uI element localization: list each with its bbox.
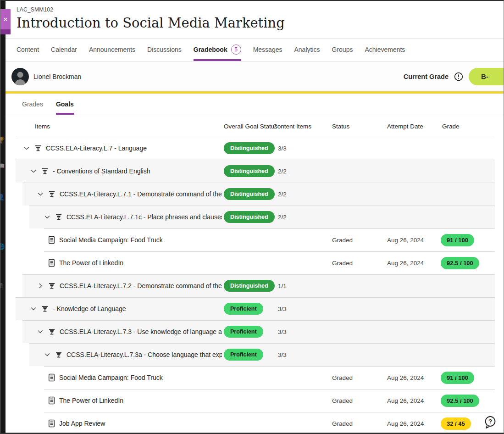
row-label[interactable]: Social Media Campaign: Food Truck — [59, 374, 163, 381]
row-label[interactable]: The Power of LinkedIn — [59, 259, 123, 267]
nav-tab-label: Groups — [332, 46, 353, 53]
status-text: Graded — [332, 251, 353, 274]
help-icon[interactable]: ? — [483, 415, 497, 430]
row-label[interactable]: CCSS.ELA-Literacy.L.7.3 - Use knowledge … — [60, 328, 222, 335]
tab-gradebook[interactable]: Gradebook5 — [194, 39, 241, 61]
info-icon[interactable] — [454, 72, 463, 81]
row-label[interactable]: CCSS.ELA-Literacy.L.7.1c - Place phrases… — [66, 213, 222, 221]
app-window: 🏆 📖 👤 🌐 ▦ ✕ LAC_SMM102 Introduction to S… — [0, 0, 504, 434]
page-title: Introduction to Social Media Marketing — [17, 15, 504, 31]
row-label[interactable]: - Conventions of Standard English — [53, 167, 150, 175]
goal-status-pill: Proficient — [224, 303, 263, 315]
rail-grid-icon: ▦ — [0, 282, 6, 289]
tab-analytics[interactable]: Analytics — [294, 39, 320, 61]
status-text: Graded — [332, 228, 353, 251]
document-icon — [47, 236, 55, 244]
row-label[interactable]: CCSS.ELA-Literacy.L.7.2 - Demonstrate co… — [60, 282, 222, 289]
row-label[interactable]: - Knowledge of Language — [53, 305, 126, 312]
col-attempt-date: Attempt Date — [387, 122, 423, 129]
table-header: Items Overall Goal Status Content Items … — [6, 115, 504, 137]
content-items-count: 2/2 — [278, 206, 287, 228]
attempt-date: Aug 26, 2024 — [387, 412, 424, 434]
table-row: Social Media Campaign: Food Truck Graded… — [6, 366, 504, 389]
goal-status-pill: Distinguished — [224, 165, 275, 177]
goal-icon — [48, 328, 56, 336]
tab-content[interactable]: Content — [17, 39, 39, 61]
nav-tab-label: Analytics — [294, 46, 320, 53]
row-label[interactable]: CCSS.ELA-Literacy.L.7.3a - Choose langua… — [66, 351, 222, 358]
row-label[interactable]: Job App Review — [59, 420, 105, 427]
subtab-goals[interactable]: Goals — [56, 94, 74, 115]
tab-calendar[interactable]: Calendar — [51, 39, 77, 61]
student-band: Lionel Brockman Current Grade B- — [6, 61, 504, 91]
col-grade: Grade — [442, 122, 460, 129]
table-row: Job App Review Graded Aug 26, 2024 32 / … — [6, 412, 504, 434]
close-panel-button[interactable]: ✕ — [0, 9, 11, 29]
table-row: The Power of LinkedIn Graded Aug 26, 202… — [6, 251, 504, 274]
table-row: CCSS.ELA-Literacy.L.7.1 - Demonstrate co… — [6, 183, 504, 206]
goal-status-pill: Distinguished — [224, 280, 275, 292]
chevron-down-icon[interactable] — [30, 167, 37, 175]
nav-count-badge: 5 — [231, 45, 241, 55]
nav-tab-label: Announcements — [89, 46, 135, 53]
chevron-down-icon[interactable] — [44, 351, 51, 358]
grade-pill[interactable]: 92.5 / 100 — [441, 395, 479, 407]
tab-groups[interactable]: Groups — [332, 39, 353, 61]
grade-pill[interactable]: 91 / 100 — [441, 372, 474, 384]
chevron-down-icon[interactable] — [30, 305, 37, 312]
student-name: Lionel Brockman — [33, 73, 81, 80]
table-row: CCSS.ELA-Literacy.L.7 - Language Disting… — [6, 137, 504, 160]
subtab-grades[interactable]: Grades — [22, 94, 43, 115]
chevron-down-icon[interactable] — [37, 328, 44, 335]
chevron-down-icon[interactable] — [44, 213, 51, 221]
chevron-down-icon[interactable] — [23, 145, 30, 152]
status-text: Graded — [332, 412, 353, 434]
rail-person-icon: 👤 — [0, 194, 6, 200]
tab-achievements[interactable]: Achievements — [365, 39, 405, 61]
nav-tab-label: Content — [17, 46, 39, 53]
grade-pill[interactable]: 91 / 100 — [441, 234, 474, 246]
attempt-date: Aug 26, 2024 — [387, 389, 424, 412]
content-items-count: 2/2 — [278, 183, 287, 206]
row-label[interactable]: Social Media Campaign: Food Truck — [59, 236, 163, 244]
tab-discussions[interactable]: Discussions — [147, 39, 182, 61]
goal-icon — [34, 144, 42, 152]
document-icon — [47, 419, 55, 428]
nav-tab-label: Discussions — [147, 46, 182, 53]
course-id: LAC_SMM102 — [17, 6, 504, 13]
document-icon — [47, 259, 55, 267]
grade-pill[interactable]: 92.5 / 100 — [441, 257, 479, 269]
status-text: Graded — [332, 366, 353, 389]
course-nav: ContentCalendarAnnouncementsDiscussionsG… — [6, 39, 504, 61]
chevron-right-icon[interactable] — [37, 282, 44, 289]
content-items-count: 3/3 — [278, 343, 287, 366]
nav-tab-label: Achievements — [365, 46, 405, 53]
rail-book-icon: 📖 — [0, 162, 6, 169]
content-items-count: 3/3 — [278, 297, 287, 320]
rail-globe-icon: 🌐 — [0, 243, 6, 250]
table-row: - Knowledge of Language Proficient 3/3 — [6, 297, 504, 320]
row-label[interactable]: CCSS.ELA-Literacy.L.7 - Language — [46, 145, 147, 152]
goal-icon — [55, 351, 63, 359]
collapsed-sidebar-rail[interactable]: 🏆 📖 👤 🌐 ▦ — [0, 1, 6, 433]
goal-status-pill: Distinguished — [224, 211, 275, 223]
svg-text:?: ? — [488, 418, 492, 425]
row-label[interactable]: CCSS.ELA-Literacy.L.7.1 - Demonstrate co… — [60, 190, 222, 198]
chevron-down-icon[interactable] — [37, 190, 44, 198]
row-label[interactable]: The Power of LinkedIn — [59, 397, 123, 404]
col-items: Items — [35, 122, 50, 129]
table-row: Social Media Campaign: Food Truck Graded… — [6, 228, 504, 251]
attempt-date: Aug 26, 2024 — [387, 366, 424, 389]
attempt-date: Aug 26, 2024 — [387, 251, 424, 274]
tab-announcements[interactable]: Announcements — [89, 39, 135, 61]
grade-pill[interactable]: 32 / 45 — [441, 417, 471, 430]
overall-grade-pill[interactable]: B- — [469, 68, 504, 85]
table-row: - Conventions of Standard English Distin… — [6, 160, 504, 183]
col-status: Status — [332, 122, 349, 129]
table-row: CCSS.ELA-Literacy.L.7.1c - Place phrases… — [6, 206, 504, 228]
current-grade-label: Current Grade — [404, 73, 449, 80]
avatar — [11, 68, 29, 85]
tab-messages[interactable]: Messages — [253, 39, 282, 61]
goal-icon — [48, 190, 56, 198]
table-row: CCSS.ELA-Literacy.L.7.3a - Choose langua… — [6, 343, 504, 366]
